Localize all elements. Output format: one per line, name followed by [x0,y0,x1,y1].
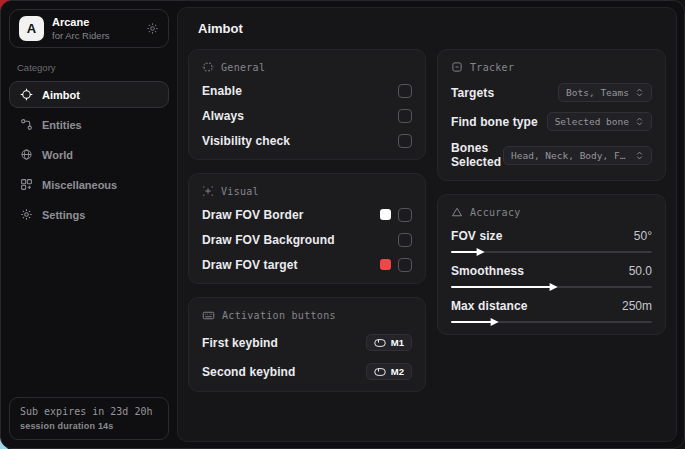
setting-row-bones-selected: Bones Selected Head, Neck, Body, Fe... [451,141,652,169]
second-keybind-button[interactable]: M2 [366,363,412,380]
setting-row-find-bone-type: Find bone type Selected bone [451,112,652,131]
chevron-up-down-icon [635,88,644,97]
gear-icon[interactable] [146,22,159,35]
setting-label: Second keybind [202,365,295,379]
sidebar: A Arcane for Arc Riders Category Aimbot [1,1,177,448]
setting-row-visibility-check: Visibility check [202,133,412,148]
setting-label: Draw FOV target [202,258,298,272]
content-columns: General Enable Always Visibility check [188,49,666,405]
fov-target-checkbox[interactable] [398,258,412,272]
setting-row-first-keybind: First keybind M1 [202,334,412,351]
accuracy-card: Accuracy FOV size 50° [437,194,666,335]
category-label: Category [17,62,177,73]
setting-row-fov-border: Draw FOV Border [202,207,412,222]
sidebar-item-entities[interactable]: Entities [9,111,169,138]
visual-card-header: Visual [202,185,412,197]
slider-handle[interactable] [477,248,485,256]
visual-card: Visual Draw FOV Border Draw FOV Backgrou… [188,173,426,284]
smoothness-slider[interactable] [451,286,652,288]
brand-subtitle: for Arc Riders [52,30,110,41]
setting-row-enable: Enable [202,83,412,98]
fov-background-checkbox[interactable] [398,233,412,247]
gear-icon [20,208,33,221]
always-checkbox[interactable] [398,109,412,123]
accuracy-card-header: Accuracy [451,206,652,218]
first-keybind-button[interactable]: M1 [366,334,412,351]
brand-logo: A [19,16,44,41]
dashed-square-icon [202,61,214,73]
globe-icon [20,148,33,161]
slider-fill [451,321,493,323]
brand-header: A Arcane for Arc Riders [9,9,169,48]
setting-row-always: Always [202,108,412,123]
sidebar-item-label: Entities [42,119,82,131]
color-swatch[interactable] [380,259,391,270]
enable-checkbox[interactable] [398,84,412,98]
fov-size-slider-group: FOV size 50° [451,229,652,253]
find-bone-type-select[interactable]: Selected bone [547,112,652,131]
color-swatch[interactable] [380,209,391,220]
slider-value: 50° [634,229,652,243]
slider-value: 250m [622,299,652,313]
slider-fill [451,286,552,288]
main-panel: Aimbot General Enable Al [177,7,677,442]
sidebar-item-label: Aimbot [42,89,80,101]
general-card: General Enable Always Visibility check [188,49,426,160]
sidebar-item-label: World [42,149,73,161]
right-column: Tracker Targets Bots, Teams Find bone ty… [437,49,666,348]
crosshair-icon [20,88,33,101]
chevron-up-down-icon [635,117,644,126]
keyboard-icon [202,309,215,322]
sidebar-item-world[interactable]: World [9,141,169,168]
targets-select[interactable]: Bots, Teams [558,83,652,102]
desktop: { "colors": { "desktop_red": "#b32025", … [0,0,685,449]
mouse-icon [374,338,386,348]
slider-label: Max distance [451,299,528,313]
subscription-card: Sub expires in 23d 20h session duration … [9,397,169,440]
max-distance-slider[interactable] [451,321,652,323]
app-window: A Arcane for Arc Riders Category Aimbot [0,0,685,449]
activation-card-header: Activation buttons [202,309,412,322]
fov-border-checkbox[interactable] [398,208,412,222]
slider-label: FOV size [451,229,502,243]
slider-value: 50.0 [629,264,652,278]
page-title: Aimbot [198,21,666,36]
slider-handle[interactable] [491,318,499,326]
tracker-card-header: Tracker [451,61,652,73]
setting-row-fov-background: Draw FOV Background [202,232,412,247]
setting-label: First keybind [202,336,278,350]
setting-row-targets: Targets Bots, Teams [451,83,652,102]
general-card-header: General [202,61,412,73]
setting-row-second-keybind: Second keybind M2 [202,363,412,380]
brand-text: Arcane for Arc Riders [52,16,110,41]
mouse-icon [374,367,386,377]
slider-handle[interactable] [549,283,557,291]
chevron-up-down-icon [635,151,644,160]
sidebar-item-aimbot[interactable]: Aimbot [9,81,169,108]
sidebar-item-label: Settings [42,209,85,221]
fov-size-slider[interactable] [451,251,652,253]
sidebar-item-settings[interactable]: Settings [9,201,169,228]
grid-icon [20,178,33,191]
setting-label: Bones Selected [451,141,503,169]
max-distance-slider-group: Max distance 250m [451,299,652,323]
sidebar-nav: Aimbot Entities World [1,81,177,228]
focus-square-icon [451,61,463,73]
sidebar-item-label: Miscellaneous [42,179,117,191]
entities-icon [20,118,33,131]
tracker-card: Tracker Targets Bots, Teams Find bone ty… [437,49,666,181]
setting-label: Always [202,109,244,123]
slider-label: Smoothness [451,264,524,278]
setting-label: Find bone type [451,115,538,129]
setting-label: Draw FOV Border [202,208,304,222]
setting-row-fov-target: Draw FOV target [202,257,412,272]
slider-fill [451,251,479,253]
smoothness-slider-group: Smoothness 50.0 [451,264,652,288]
setting-label: Visibility check [202,134,290,148]
sparkle-plus-icon [202,185,214,197]
subscription-expires: Sub expires in 23d 20h [20,406,158,417]
visibility-check-checkbox[interactable] [398,134,412,148]
bones-selected-select[interactable]: Head, Neck, Body, Fe... [503,146,652,165]
triangle-icon [451,206,463,218]
sidebar-item-miscellaneous[interactable]: Miscellaneous [9,171,169,198]
